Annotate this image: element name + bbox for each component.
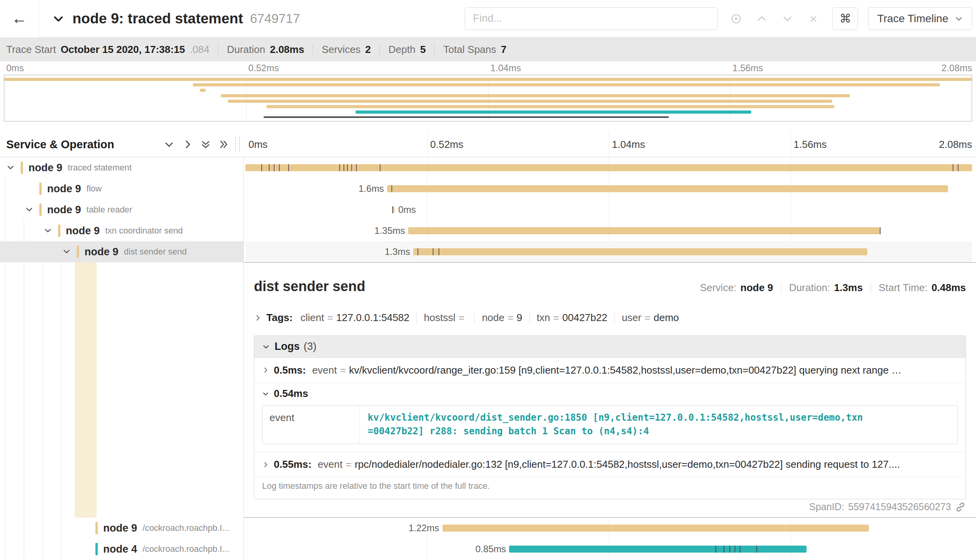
span-name-cell[interactable]: node 9/cockroach.roachpb.I...	[0, 518, 243, 539]
span-name-cell[interactable]: node 9table reader	[0, 199, 243, 220]
span-row[interactable]: node 9txn coordinator send1.35ms	[0, 220, 976, 241]
chevron-right-icon	[254, 314, 262, 322]
tag-value: 127.0.0.1:54582	[336, 312, 409, 324]
log-entry-header[interactable]: 0.54ms	[254, 383, 965, 404]
span-timeline-cell[interactable]: 1.6ms	[245, 178, 972, 199]
trace-view-selector[interactable]: Trace Timeline	[868, 7, 972, 30]
trace-services: Services 2	[322, 44, 371, 56]
span-event-tick	[880, 227, 881, 234]
tag-value: 00427b22	[562, 312, 608, 324]
next-match-chevron-down-icon[interactable]	[781, 12, 794, 25]
service-value: node 9	[740, 282, 773, 294]
clear-find-icon[interactable]: ×	[807, 12, 820, 25]
span-name: node 9dist sender send	[85, 241, 243, 262]
axis-tick-label: 0.52ms	[430, 132, 463, 157]
tag-key: user	[622, 312, 641, 324]
minimap-gridline	[488, 75, 488, 121]
span-id-value: 5597415943526560273	[848, 501, 951, 513]
span-timeline-cell[interactable]: 1.35ms	[245, 220, 972, 241]
find-controls: ×	[729, 12, 820, 25]
span-timeline-cell[interactable]	[245, 157, 972, 178]
span-timeline-cell[interactable]: 0.85ms	[245, 539, 972, 560]
log-field-value: kv/kvclient/kvcoord/dist_sender.go:1850 …	[360, 406, 876, 444]
span-name: node 9traced statement	[28, 157, 243, 178]
logs-accordion-header[interactable]: Logs (3)	[254, 336, 965, 358]
span-bar[interactable]	[387, 185, 948, 192]
span-name: node 9flow	[47, 178, 243, 199]
span-row[interactable]: node 9traced statement	[0, 157, 976, 178]
chevron-down-icon[interactable]	[25, 205, 34, 214]
separator	[614, 312, 615, 323]
equals-sign: =	[340, 364, 346, 376]
chevron-down-icon[interactable]	[44, 226, 53, 235]
span-bar[interactable]	[413, 248, 867, 255]
span-row[interactable]: node 9/cockroach.roachpb.I...1.22ms	[0, 518, 976, 539]
span-name-cell[interactable]: node 4/cockroach.roachpb.I...	[0, 539, 243, 560]
span-row[interactable]: node 9dist sender send1.3ms	[0, 241, 976, 262]
span-name: node 9txn coordinator send	[66, 220, 243, 241]
prev-match-chevron-up-icon[interactable]	[755, 12, 768, 25]
minimap-canvas[interactable]	[4, 75, 972, 121]
axis-tick-label: 1.04ms	[490, 61, 521, 75]
span-bar[interactable]	[245, 164, 972, 171]
chevron-down-icon[interactable]	[6, 163, 16, 172]
equals-sign: =	[507, 312, 513, 324]
chevron-right-icon	[262, 461, 269, 468]
chevron-down-icon[interactable]	[62, 247, 72, 256]
indent-guide	[24, 518, 24, 539]
minimap-axis: 0ms0.52ms1.04ms1.56ms2.08ms	[0, 61, 976, 75]
span-color-indicator	[58, 225, 60, 237]
span-event-tick	[356, 164, 357, 171]
span-operation-name: /cockroach.roachpb.I...	[143, 523, 229, 533]
link-icon[interactable]	[955, 502, 966, 513]
find-input[interactable]	[465, 7, 718, 30]
panel-divider[interactable]	[243, 132, 244, 560]
minimap-span-bar	[266, 105, 834, 108]
log-entry-expanded: 0.54ms event kv/kvclient/kvcoord/dist_se…	[254, 383, 965, 444]
indent-guide	[5, 199, 5, 220]
span-row[interactable]: node 4/cockroach.roachpb.I...0.85ms	[0, 539, 976, 560]
trace-duration: Duration 2.08ms	[227, 44, 304, 56]
span-duration-label: 0.85ms	[476, 539, 506, 560]
span-name-cell[interactable]: node 9traced statement	[0, 157, 243, 178]
indent-guide	[42, 539, 43, 560]
axis-tick-label: 1.04ms	[612, 132, 645, 157]
span-color-indicator	[95, 543, 98, 555]
span-name-cell[interactable]: node 9txn coordinator send	[0, 220, 243, 241]
tags-accordion[interactable]: Tags: client=127.0.0.1:54582hostssl=node…	[244, 295, 976, 324]
span-name-cell[interactable]: node 9dist sender send	[0, 241, 243, 262]
span-operation-name: flow	[86, 184, 102, 194]
span-duration-label: 0ms	[398, 199, 416, 220]
span-bar[interactable]	[509, 546, 806, 553]
log-timestamp: 0.55ms:	[274, 458, 312, 470]
span-bar[interactable]	[442, 525, 869, 532]
log-entry[interactable]: 0.55ms: event = rpc/nodedialer/nodediale…	[254, 452, 965, 477]
trace-title-collapse-chevron-icon[interactable]	[52, 12, 65, 25]
span-timeline-cell[interactable]: 1.3ms	[245, 241, 972, 262]
span-timeline-cell[interactable]: 0ms	[245, 199, 972, 220]
span-row[interactable]: node 9table reader0ms	[0, 199, 976, 220]
span-event-tick	[756, 546, 757, 553]
minimap-span-bar	[200, 89, 206, 92]
keyboard-shortcuts-button[interactable]: ⌘	[832, 7, 858, 30]
span-row[interactable]: node 9flow1.6ms	[0, 178, 976, 199]
back-arrow-icon: ←	[12, 10, 27, 27]
span-timeline-cell[interactable]: 1.22ms	[245, 518, 972, 539]
log-entry[interactable]: 0.5ms: event = kv/kvclient/kvcoord/range…	[254, 358, 965, 383]
tag: node=9	[482, 312, 522, 324]
focus-match-icon[interactable]	[729, 12, 743, 25]
tag-key: hostssl	[424, 312, 455, 324]
span-duration-label: 1.22ms	[409, 518, 439, 539]
tags-label: Tags:	[266, 312, 292, 324]
trace-start-value: October 15 2020, 17:38:15	[61, 44, 185, 56]
span-event-tick	[724, 546, 724, 553]
duration-value: 1.3ms	[834, 282, 863, 294]
equals-sign: =	[458, 312, 464, 324]
span-event-tick	[391, 185, 392, 192]
indent-guide	[61, 518, 62, 539]
back-button[interactable]: ←	[0, 0, 39, 37]
span-bar[interactable]	[408, 227, 881, 234]
separator	[313, 44, 313, 55]
span-name-cell[interactable]: node 9flow	[0, 178, 243, 199]
indent-guide	[61, 539, 62, 560]
